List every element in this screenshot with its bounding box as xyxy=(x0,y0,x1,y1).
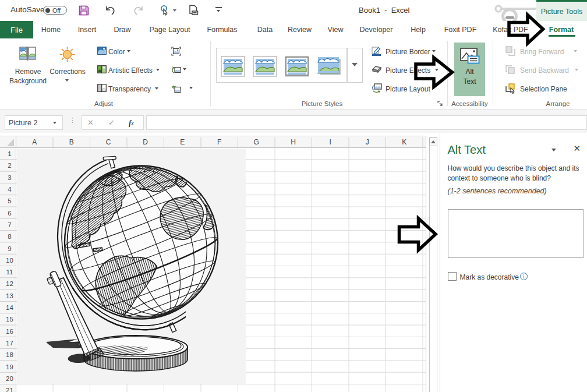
svg-text:J: J xyxy=(366,138,369,146)
svg-text:1: 1 xyxy=(8,150,11,157)
svg-text:I: I xyxy=(330,138,331,146)
svg-text:12: 12 xyxy=(6,280,13,287)
svg-text:5: 5 xyxy=(8,197,11,204)
svg-text:21: 21 xyxy=(6,387,13,392)
svg-text:18: 18 xyxy=(6,351,13,358)
svg-text:G: G xyxy=(254,138,259,146)
svg-text:13: 13 xyxy=(6,292,13,299)
svg-text:20: 20 xyxy=(6,375,13,382)
svg-text:8: 8 xyxy=(8,233,11,240)
svg-text:K: K xyxy=(402,138,406,146)
svg-text:C: C xyxy=(106,138,111,146)
svg-text:B: B xyxy=(69,138,74,146)
svg-text:D: D xyxy=(143,138,148,146)
svg-text:6: 6 xyxy=(8,210,11,217)
svg-text:H: H xyxy=(291,138,296,146)
svg-text:3: 3 xyxy=(8,174,11,181)
svg-text:19: 19 xyxy=(6,363,13,370)
svg-text:4: 4 xyxy=(8,186,12,193)
svg-text:9: 9 xyxy=(8,245,11,252)
svg-text:14: 14 xyxy=(6,304,13,311)
svg-text:2: 2 xyxy=(8,162,11,169)
svg-text:11: 11 xyxy=(6,269,13,276)
svg-text:17: 17 xyxy=(6,340,13,347)
svg-text:F: F xyxy=(217,138,221,146)
svg-text:16: 16 xyxy=(6,328,13,335)
svg-text:E: E xyxy=(180,138,185,146)
svg-text:A: A xyxy=(32,138,37,146)
svg-text:10: 10 xyxy=(6,257,13,264)
svg-text:15: 15 xyxy=(6,316,13,323)
svg-text:7: 7 xyxy=(8,221,11,228)
